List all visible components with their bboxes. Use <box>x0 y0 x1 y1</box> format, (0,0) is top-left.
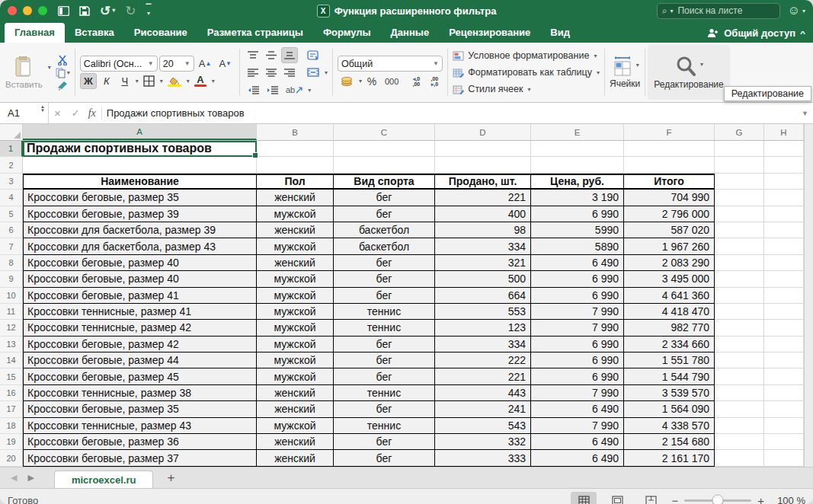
cell-B3[interactable]: Пол <box>257 174 334 190</box>
cell-A6[interactable]: Кроссовки для баскетбола, размер 39 <box>23 222 257 238</box>
cell-F12[interactable]: 982 770 <box>624 320 715 336</box>
cell-D14[interactable]: 222 <box>435 352 531 368</box>
cell-G15[interactable] <box>715 368 764 384</box>
format-painter-icon[interactable] <box>57 81 69 91</box>
cell-F18[interactable]: 4 338 570 <box>624 418 715 434</box>
tab-razmetka[interactable]: Разметка страницы <box>197 23 313 43</box>
cell-F10[interactable]: 4 641 360 <box>624 288 715 304</box>
cell-F4[interactable]: 704 990 <box>624 190 715 206</box>
cell-D2[interactable] <box>435 157 531 173</box>
cell-H11[interactable] <box>764 304 804 320</box>
row-header-11[interactable]: 11 <box>0 304 23 320</box>
cell-B13[interactable]: мужской <box>257 337 334 352</box>
cell-A14[interactable]: Кроссовки беговые, размер 44 <box>23 352 257 368</box>
cell-E9[interactable]: 6 990 <box>531 271 624 287</box>
cell-H13[interactable] <box>764 337 804 352</box>
formula-bar-expand-icon[interactable]: ▼ <box>802 110 808 117</box>
cell-E6[interactable]: 5990 <box>531 222 624 238</box>
cell-D12[interactable]: 123 <box>435 320 531 336</box>
align-middle-button[interactable] <box>263 47 280 63</box>
close-window-button[interactable] <box>8 6 17 15</box>
cell-D11[interactable]: 553 <box>435 304 531 320</box>
row-header-2[interactable]: 2 <box>0 157 23 173</box>
cell-C7[interactable]: баскетбол <box>334 238 435 254</box>
row-header-12[interactable]: 12 <box>0 320 23 336</box>
italic-button[interactable]: К <box>98 73 115 89</box>
cell-F15[interactable]: 1 544 790 <box>624 368 715 384</box>
cell-H18[interactable] <box>764 418 804 434</box>
cell-C18[interactable]: теннис <box>334 418 435 434</box>
ribbon-display-icon[interactable] <box>58 6 69 16</box>
cell-E4[interactable]: 3 190 <box>531 190 624 206</box>
formula-content[interactable]: Продажи спортивных товаров <box>107 107 245 119</box>
cell-G6[interactable] <box>715 222 764 238</box>
cell-G7[interactable] <box>715 238 764 254</box>
vertical-scrollbar[interactable] <box>804 124 813 467</box>
cell-H10[interactable] <box>764 288 804 304</box>
row-header-18[interactable]: 18 <box>0 418 23 434</box>
cell-H19[interactable] <box>764 434 804 450</box>
increase-indent-button[interactable] <box>264 82 281 98</box>
fill-color-button[interactable] <box>165 73 184 89</box>
font-color-button[interactable]: A <box>191 73 210 89</box>
cell-E12[interactable]: 7 990 <box>531 320 624 336</box>
cell-F14[interactable]: 1 551 780 <box>624 352 715 368</box>
cell-C20[interactable]: бег <box>334 450 435 466</box>
align-top-button[interactable] <box>245 47 261 63</box>
cell-G11[interactable] <box>715 304 764 320</box>
column-header-F[interactable]: F <box>624 124 715 140</box>
cell-A3[interactable]: Наименование <box>23 174 257 190</box>
cell-A13[interactable]: Кроссовки беговые, размер 42 <box>23 337 257 352</box>
format-as-table-button[interactable]: Форматировать как таблицу▾ <box>453 65 600 80</box>
cell-F13[interactable]: 2 334 660 <box>624 337 715 352</box>
cell-C12[interactable]: теннис <box>334 320 435 336</box>
cell-C4[interactable]: бег <box>334 190 435 206</box>
cell-G19[interactable] <box>715 434 764 450</box>
row-header-13[interactable]: 13 <box>0 337 23 352</box>
cell-G16[interactable] <box>715 385 764 401</box>
row-header-5[interactable]: 5 <box>0 206 23 222</box>
cells-group[interactable]: ▾ Ячейки <box>607 45 642 100</box>
cell-D4[interactable]: 221 <box>435 190 531 206</box>
cell-G1[interactable] <box>715 141 764 157</box>
cancel-entry-icon[interactable]: × <box>54 107 61 120</box>
column-header-C[interactable]: C <box>334 124 435 140</box>
cell-G13[interactable] <box>715 337 764 352</box>
cell-A17[interactable]: Кроссовки беговые, размер 35 <box>23 401 257 417</box>
cell-H9[interactable] <box>764 271 804 287</box>
cell-B6[interactable]: женский <box>257 222 334 238</box>
cell-H7[interactable] <box>764 238 804 254</box>
cell-A10[interactable]: Кроссовки беговые, размер 41 <box>23 288 257 304</box>
cell-A5[interactable]: Кроссовки беговые, размер 39 <box>23 206 257 222</box>
cell-F16[interactable]: 3 539 570 <box>624 385 715 401</box>
cell-G17[interactable] <box>715 401 764 417</box>
cell-H17[interactable] <box>764 401 804 417</box>
cell-H4[interactable] <box>764 190 804 206</box>
cell-B18[interactable]: мужской <box>257 418 334 434</box>
page-break-view-button[interactable] <box>638 492 664 504</box>
cell-C3[interactable]: Вид спорта <box>334 174 435 190</box>
cell-G2[interactable] <box>715 157 764 173</box>
row-header-16[interactable]: 16 <box>0 385 23 401</box>
cell-C19[interactable]: бег <box>334 434 435 450</box>
sheet-nav-right-icon[interactable]: ▶ <box>27 473 34 483</box>
tab-risovanie[interactable]: Рисование <box>124 23 197 43</box>
cell-A15[interactable]: Кроссовки беговые, размер 45 <box>23 368 257 384</box>
increase-decimal-button[interactable]: ◂,0,00 <box>408 73 424 89</box>
zoom-in-button[interactable]: + <box>757 494 764 504</box>
merge-center-button[interactable] <box>304 65 322 81</box>
cell-E17[interactable]: 6 490 <box>531 401 624 417</box>
cell-F8[interactable]: 2 083 290 <box>624 255 715 271</box>
cell-D6[interactable]: 98 <box>435 222 531 238</box>
cell-H12[interactable] <box>764 320 804 336</box>
editing-group[interactable]: ▾ Редактирование <box>648 45 729 100</box>
cell-C13[interactable]: бег <box>334 337 435 352</box>
cell-B9[interactable]: мужской <box>257 271 334 287</box>
tab-vid[interactable]: Вид <box>540 23 580 43</box>
cell-D17[interactable]: 241 <box>435 401 531 417</box>
cell-E15[interactable]: 6 990 <box>531 368 624 384</box>
row-header-8[interactable]: 8 <box>0 255 23 271</box>
cell-C15[interactable]: бег <box>334 368 435 384</box>
cell-B16[interactable]: женский <box>257 385 334 401</box>
cell-F11[interactable]: 4 418 470 <box>624 304 715 320</box>
